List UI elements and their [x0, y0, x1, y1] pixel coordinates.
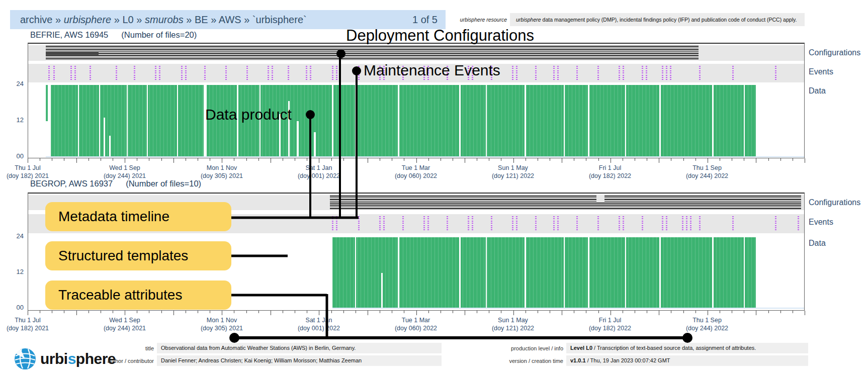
x-axis-tick: [161, 158, 162, 161]
x-axis-tick: [453, 311, 453, 313]
x-axis-tick: [331, 158, 332, 161]
x-axis-tick: [538, 311, 538, 313]
maintenance-event-tick: [690, 216, 691, 231]
x-axis-tick: [732, 158, 732, 161]
footer-right-dot: [682, 333, 692, 343]
data-gap: [99, 85, 100, 157]
maintenance-event-tick: [682, 216, 683, 231]
maintenance-event-tick: [619, 216, 620, 231]
data-gap: [625, 237, 626, 309]
maintenance-event-tick: [472, 216, 473, 231]
x-axis-tick: [659, 311, 659, 315]
maintenance-event-tick: [204, 66, 206, 80]
version-bold: v1.0.1: [570, 357, 586, 363]
breadcrumb-item-dataset[interactable]: `urbisphere`: [252, 14, 307, 25]
maintenance-event-tick: [699, 66, 701, 80]
x-axis-tick: [780, 158, 781, 161]
x-axis-tick: [380, 311, 380, 313]
breadcrumb-item-urbisphere[interactable]: urbisphere: [64, 14, 112, 25]
x-axis-tick: [76, 311, 77, 315]
footer-left-dot: [229, 333, 239, 343]
maintenance-event-tick: [332, 216, 333, 231]
maintenance-event-tick: [468, 216, 469, 231]
maintenance-event-tick: [623, 216, 624, 231]
breadcrumb-item-archive[interactable]: archive: [20, 14, 52, 25]
breadcrumb-item-aws[interactable]: AWS: [219, 14, 241, 25]
panel1-x-date-label: Sun 1 May(doy 121) 2022: [492, 164, 534, 180]
structured-templates-box: Structured templates: [45, 241, 231, 270]
panel1-y-label: 24: [9, 80, 24, 87]
breadcrumb-item-l0[interactable]: L0: [123, 14, 134, 25]
x-axis-tick: [526, 158, 526, 161]
title-row-label: title: [60, 344, 154, 353]
x-axis-tick: [441, 311, 441, 313]
x-axis-tick: [489, 158, 489, 161]
maintenance-event-tick: [576, 66, 578, 80]
x-axis-tick: [246, 311, 247, 313]
maintenance-event-tick: [597, 216, 599, 231]
x-axis-tick: [623, 311, 623, 313]
maintenance-event-tick: [576, 216, 578, 231]
maintenance-event-tick: [623, 66, 624, 80]
metadata-timeline-box: Metadata timeline: [45, 202, 231, 231]
maintenance-event-tick: [383, 216, 385, 231]
breadcrumb-item-smurobs[interactable]: smurobs: [145, 14, 184, 25]
maintenance-event-tick: [512, 216, 513, 231]
data-gap: [659, 237, 661, 309]
maintenance-event-tick: [402, 216, 404, 231]
panel1-x-date-label: Wed 1 Sep(doy 244) 2021: [104, 164, 146, 180]
x-axis-tick: [222, 311, 222, 315]
panel2-x-date-label: Mon 1 Nov(doy 305) 2021: [201, 317, 243, 332]
x-axis-tick: [222, 158, 222, 163]
maintenance-event-tick: [116, 66, 117, 80]
panel1-x-date-label: Sat 1 Jan(doy 001) 2022: [298, 164, 340, 180]
maintenance-event-tick: [336, 66, 337, 80]
x-axis-tick: [586, 158, 586, 161]
x-axis-tick: [343, 311, 344, 313]
x-axis-tick: [258, 311, 259, 313]
data-gap: [332, 85, 333, 157]
x-axis-tick: [671, 158, 671, 161]
x-axis-tick: [368, 158, 368, 163]
breadcrumb-item-be[interactable]: BE: [195, 14, 208, 25]
data-gap-partial: [381, 273, 383, 309]
panel2-band-label: Configurations: [809, 198, 860, 207]
x-axis-tick: [234, 158, 234, 161]
panel1-x-date-label: Tue 1 Mar(doy 060) 2022: [395, 164, 437, 180]
configuration-lines-short: [46, 52, 99, 57]
panel1-x-date-label: Thu 1 Sep(doy 244) 2022: [686, 164, 728, 180]
data-gap: [588, 85, 589, 157]
x-axis-tick: [76, 158, 77, 163]
x-axis-tick: [647, 311, 647, 313]
panel1-band-label: Data: [809, 86, 826, 96]
maintenance-event-tick: [686, 216, 687, 231]
traceable-attributes-label: Traceable attributes: [58, 287, 182, 303]
x-axis-tick: [258, 158, 259, 161]
x-axis-tick: [489, 311, 489, 313]
maintenance-event-tick: [272, 66, 273, 80]
production-level-bold: Level L0: [570, 345, 592, 351]
x-axis-tick: [501, 158, 501, 161]
urbisphere-logo-icon: [14, 348, 36, 370]
x-axis-tick: [210, 311, 210, 313]
deployment-configurations-callout: Deployment Configurations: [346, 27, 534, 45]
x-axis-tick: [598, 311, 599, 313]
x-axis-tick: [744, 311, 744, 313]
x-axis-tick: [89, 311, 89, 313]
maintenance-event-tick: [423, 216, 425, 231]
x-axis-tick: [295, 311, 295, 313]
x-axis-tick: [271, 158, 271, 163]
data-gap-partial: [297, 121, 299, 157]
maintenance-event-tick: [90, 66, 91, 80]
x-axis-tick: [526, 311, 526, 313]
x-axis-tick: [744, 158, 744, 161]
x-axis-tick: [720, 311, 720, 313]
data-gap-partial: [104, 118, 105, 157]
data-gap: [525, 85, 526, 157]
x-axis-tick: [696, 311, 696, 313]
panel1-x-date-label: Fri 1 Jul(doy 182) 2022: [589, 164, 631, 180]
panel2-y-label: 00: [9, 304, 24, 311]
panel2-x-date-label: Tue 1 Mar(doy 060) 2022: [395, 317, 437, 332]
x-axis-tick: [805, 311, 805, 315]
policy-note: urbisphere data management policy (DMP),…: [510, 13, 805, 26]
